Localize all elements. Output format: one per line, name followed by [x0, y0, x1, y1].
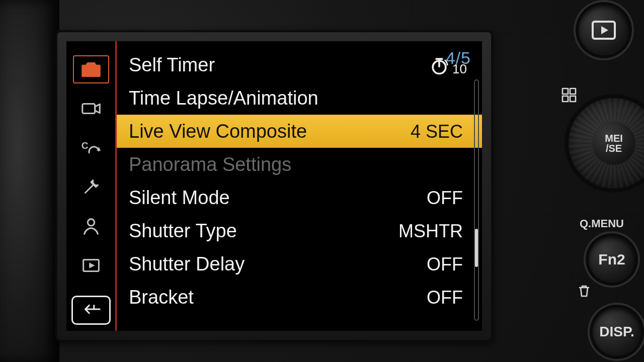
menu-item-value: MSHTR — [398, 221, 463, 242]
svg-point-3 — [88, 219, 94, 226]
tab-video[interactable] — [73, 95, 109, 123]
menu-item-label: Panorama Settings — [129, 154, 463, 175]
menu-item-silent-mode[interactable]: Silent Mode OFF — [117, 181, 482, 214]
tab-setup[interactable] — [73, 173, 109, 201]
tab-mymenu[interactable] — [73, 212, 109, 240]
svg-rect-7 — [562, 88, 568, 94]
menu-panel: 4/5 Self Timer 10 Time Lapse/Animation — [117, 41, 482, 331]
disp-button[interactable]: DISP. — [593, 308, 641, 356]
svg-text:C: C — [81, 140, 88, 151]
menu-item-shutter-type[interactable]: Shutter Type MSHTR — [117, 214, 482, 247]
menu-item-label: Bracket — [129, 287, 427, 308]
menu-item-value: OFF — [427, 254, 463, 275]
lcd-screen: C 4/5 Self Timer — [66, 41, 482, 331]
menu-item-label: Self Timer — [129, 54, 428, 76]
scrollbar-thumb[interactable] — [475, 229, 478, 267]
thumb-grip — [0, 0, 59, 362]
svg-rect-9 — [562, 96, 568, 102]
menu-item-self-timer[interactable]: Self Timer 10 — [117, 48, 482, 81]
menu-scrollbar[interactable] — [474, 79, 479, 321]
menu-item-value: OFF — [427, 188, 463, 209]
menu-tab-rail: C — [66, 41, 117, 331]
svg-rect-10 — [570, 96, 576, 102]
menu-item-label: Shutter Type — [129, 220, 398, 242]
grid-icon — [561, 87, 577, 103]
menu-item-label: Live View Composite — [129, 121, 411, 142]
lcd-bezel: C 4/5 Self Timer — [55, 30, 493, 342]
tab-photo[interactable] — [73, 55, 109, 83]
menu-item-panorama-settings: Panorama Settings — [117, 148, 482, 181]
svg-rect-8 — [570, 88, 576, 94]
menu-rows: Self Timer 10 Time Lapse/Animation Live … — [117, 45, 482, 314]
menu-item-live-view-composite[interactable]: Live View Composite 4 SEC — [117, 115, 482, 148]
fn2-label: Fn2 — [598, 251, 625, 268]
menu-item-label: Time Lapse/Animation — [129, 87, 463, 109]
dial-center-label: MEI /SE — [605, 133, 623, 153]
tab-playback[interactable] — [73, 251, 109, 280]
menu-item-time-lapse[interactable]: Time Lapse/Animation — [117, 81, 482, 115]
self-timer-value: 10 — [452, 61, 467, 77]
playback-button[interactable] — [579, 5, 629, 55]
back-button[interactable] — [71, 296, 111, 325]
trash-icon — [578, 285, 591, 298]
menu-item-shutter-delay[interactable]: Shutter Delay OFF — [117, 247, 482, 281]
menu-item-bracket[interactable]: Bracket OFF — [117, 281, 482, 314]
menu-item-value: OFF — [427, 287, 463, 308]
tab-custom[interactable]: C — [73, 134, 109, 162]
fn2-button[interactable]: Fn2 — [589, 236, 635, 283]
qmenu-label: Q.MENU — [580, 217, 624, 230]
menu-set-button[interactable]: MEI /SE — [592, 122, 635, 165]
menu-item-label: Silent Mode — [129, 187, 427, 209]
menu-item-label: Shutter Delay — [129, 253, 427, 275]
disp-label: DISP. — [599, 324, 634, 340]
svg-rect-1 — [82, 104, 95, 113]
menu-item-value: 4 SEC — [411, 121, 463, 142]
